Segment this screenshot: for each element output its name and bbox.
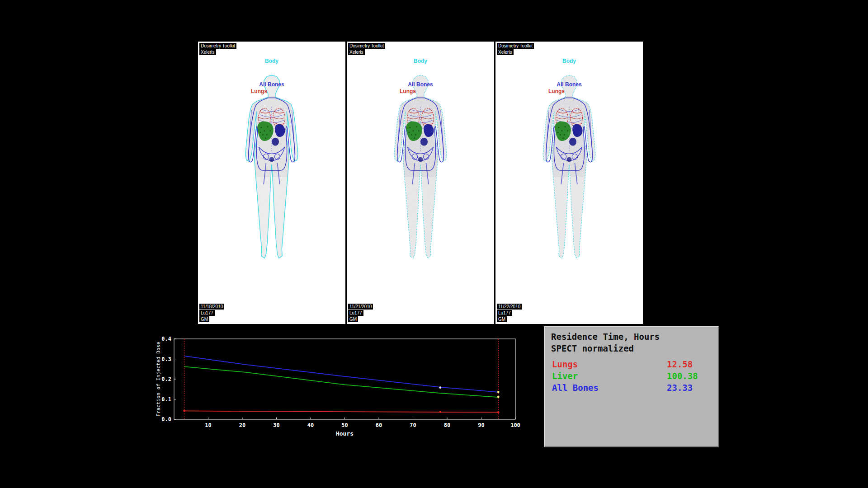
lungs-roi-label: Lungs xyxy=(347,88,481,94)
whole-body-scan-image xyxy=(219,70,324,271)
body-roi-label: Body xyxy=(198,58,345,64)
application-background: Dosimetry Toolkit Xeleris Body All Bones… xyxy=(0,0,868,488)
y-tick-label: 0.2 xyxy=(161,376,171,382)
time-activity-chart[interactable]: 1020304050607080901000.00.10.20.30.4Hour… xyxy=(154,333,521,441)
residence-value: 100.38 xyxy=(667,370,698,382)
scan-speckle-noise xyxy=(392,73,449,269)
scan-speckle-noise xyxy=(541,73,598,269)
organ-label: Lungs xyxy=(552,358,578,370)
scan-art-container xyxy=(368,70,473,271)
scan-art-container xyxy=(219,70,324,271)
residence-title-line1: Residence Time, Hours xyxy=(545,331,718,343)
scan-speckle-noise xyxy=(244,73,300,269)
acquisition-date: 11/22/2010 xyxy=(497,304,522,310)
x-tick-label: 50 xyxy=(341,422,348,428)
residence-title-block: Residence Time, Hours SPECT normalized xyxy=(545,327,718,354)
x-tick-label: 70 xyxy=(410,422,416,428)
panel-footer-chips: 11/18/2010 Lu177 GM xyxy=(199,304,224,323)
residence-value: 12.58 xyxy=(667,358,693,370)
panel-footer-chips: 11/21/2010 Lu177 GM xyxy=(348,304,373,323)
toolkit-label: Dosimetry Toolkit xyxy=(199,43,236,49)
x-tick-label: 60 xyxy=(376,422,382,428)
data-point-marker xyxy=(497,391,500,393)
data-point-marker xyxy=(497,396,500,398)
isotope-label: Lu177 xyxy=(497,310,512,316)
all-bones-roi-label: All Bones xyxy=(347,81,494,88)
x-tick-label: 100 xyxy=(510,422,520,428)
data-point-marker xyxy=(439,386,442,389)
x-tick-label: 20 xyxy=(239,422,245,428)
vendor-label: Xeleris xyxy=(497,49,514,55)
toolkit-label: Dosimetry Toolkit xyxy=(497,43,534,49)
acquisition-date: 11/21/2010 xyxy=(348,304,373,310)
residence-title-line2: SPECT normalized xyxy=(545,343,718,354)
data-point-marker xyxy=(183,410,185,412)
scan-panel-1[interactable]: Dosimetry Toolkit Xeleris Body All Bones… xyxy=(198,42,345,324)
panel-header-chips: Dosimetry Toolkit Xeleris xyxy=(497,43,534,56)
operator-label: GM xyxy=(348,316,358,322)
data-point-marker xyxy=(439,411,442,413)
y-axis-label: Fraction of Injected Dose xyxy=(156,342,161,417)
y-tick-label: 0.1 xyxy=(161,396,171,403)
panel-header-chips: Dosimetry Toolkit Xeleris xyxy=(199,43,236,56)
lungs-roi-label: Lungs xyxy=(198,88,333,94)
scan-panel-3[interactable]: Dosimetry Toolkit Xeleris Body All Bones… xyxy=(495,42,643,324)
organ-label: Liver xyxy=(552,370,578,382)
y-tick-label: 0.0 xyxy=(161,416,171,422)
x-tick-label: 90 xyxy=(478,422,484,428)
vendor-label: Xeleris xyxy=(199,49,216,55)
vendor-label: Xeleris xyxy=(348,49,365,55)
residence-time-panel: Residence Time, Hours SPECT normalized L… xyxy=(544,326,719,447)
residence-rows: Lungs 12.58 Liver 100.38 All Bones 23.33 xyxy=(545,358,718,394)
acquisition-date: 11/18/2010 xyxy=(199,304,224,310)
time-activity-chart-svg[interactable]: 1020304050607080901000.00.10.20.30.4Hour… xyxy=(154,333,521,441)
lungs-roi-label: Lungs xyxy=(495,88,630,94)
isotope-label: Lu177 xyxy=(348,310,363,316)
panel-footer-chips: 11/22/2010 Lu177 GM xyxy=(497,304,522,323)
isotope-label: Lu177 xyxy=(199,310,215,316)
organ-label: All Bones xyxy=(552,382,599,394)
residence-row-all-bones: All Bones 23.33 xyxy=(545,382,718,394)
x-tick-label: 80 xyxy=(444,422,450,428)
all-bones-roi-label: All Bones xyxy=(495,81,643,88)
operator-label: GM xyxy=(497,316,507,322)
body-roi-label: Body xyxy=(495,58,643,64)
x-tick-label: 30 xyxy=(273,422,279,428)
body-roi-label: Body xyxy=(347,58,494,64)
whole-body-scan-image xyxy=(517,70,622,271)
data-point-marker xyxy=(497,411,500,413)
y-tick-label: 0.3 xyxy=(161,356,171,362)
y-tick-label: 0.4 xyxy=(161,336,171,342)
all-bones-roi-label: All Bones xyxy=(198,81,345,88)
residence-row-lungs: Lungs 12.58 xyxy=(545,358,718,370)
panel-header-chips: Dosimetry Toolkit Xeleris xyxy=(348,43,385,56)
plot-area[interactable] xyxy=(174,339,515,419)
scan-panels-row: Dosimetry Toolkit Xeleris Body All Bones… xyxy=(198,42,644,324)
residence-row-liver: Liver 100.38 xyxy=(545,370,718,382)
whole-body-scan-image xyxy=(368,70,473,271)
operator-label: GM xyxy=(199,316,209,322)
x-axis-label: Hours xyxy=(336,430,354,437)
x-tick-label: 10 xyxy=(205,422,211,428)
scan-panel-2[interactable]: Dosimetry Toolkit Xeleris Body All Bones… xyxy=(347,42,494,324)
x-tick-label: 40 xyxy=(307,422,314,428)
toolkit-label: Dosimetry Toolkit xyxy=(348,43,385,49)
scan-art-container xyxy=(517,70,622,271)
residence-value: 23.33 xyxy=(667,382,693,394)
